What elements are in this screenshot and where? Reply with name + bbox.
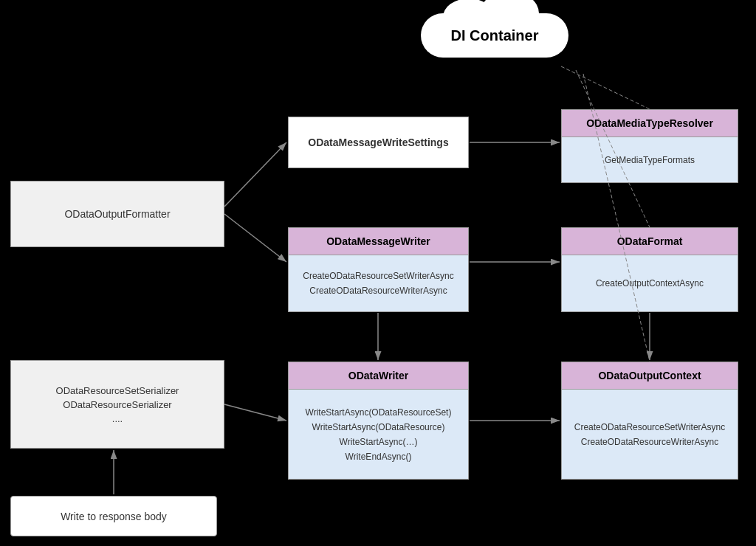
odata-writer-method3: WriteStartAsync(…) <box>340 437 418 447</box>
odata-media-type-resolver-header: ODataMediaTypeResolver <box>562 110 738 137</box>
odata-resource-set-serializer-label: ODataResourceSetSerializer <box>56 385 179 396</box>
odata-message-write-settings-box: ODataMessageWriteSettings <box>288 117 469 168</box>
odata-format-header: ODataFormat <box>562 228 738 255</box>
odata-media-type-resolver-method: GetMediaTypeFormats <box>605 155 695 165</box>
odata-output-context-method2: CreateODataResourceWriterAsync <box>581 437 719 447</box>
odata-message-writer-method1: CreateODataResourceSetWriterAsync <box>303 271 454 281</box>
odata-message-writer-header: ODataMessageWriter <box>289 228 468 255</box>
odata-format-box: ODataFormat CreateOutputContextAsync <box>561 227 738 312</box>
odata-writer-box: ODataWriter WriteStartAsync(ODataResourc… <box>288 362 469 480</box>
odata-media-type-resolver-body: GetMediaTypeFormats <box>562 137 738 182</box>
odata-output-context-method1: CreateODataResourceSetWriterAsync <box>574 422 726 432</box>
odata-resource-serializer-label: ODataResourceSerializer <box>63 399 171 410</box>
svg-line-1 <box>224 142 286 207</box>
odata-output-formatter-label: ODataOutputFormatter <box>64 208 170 220</box>
odata-writer-method4: WriteEndAsync() <box>346 452 412 462</box>
odata-output-context-header: ODataOutputContext <box>562 362 738 390</box>
write-to-response-body-label: Write to response body <box>61 511 167 522</box>
di-container-label: DI Container <box>451 27 539 44</box>
odata-writer-method1: WriteStartAsync(ODataResourceSet) <box>306 407 452 418</box>
odata-resource-serializer-ellipsis: .... <box>112 413 123 424</box>
odata-media-type-resolver-box: ODataMediaTypeResolver GetMediaTypeForma… <box>561 109 738 183</box>
odata-writer-header: ODataWriter <box>289 362 468 390</box>
odata-output-context-box: ODataOutputContext CreateODataResourceSe… <box>561 362 738 480</box>
odata-writer-body: WriteStartAsync(ODataResourceSet) WriteS… <box>289 390 468 479</box>
odata-format-method1: CreateOutputContextAsync <box>596 278 704 288</box>
write-to-response-body-box: Write to response body <box>10 496 217 536</box>
svg-line-7 <box>224 404 286 421</box>
odata-format-body: CreateOutputContextAsync <box>562 255 738 311</box>
odata-writer-method2: WriteStartAsync(ODataResource) <box>312 422 445 432</box>
di-container-cloud: DI Container <box>413 13 576 58</box>
odata-message-writer-box: ODataMessageWriter CreateODataResourceSe… <box>288 227 469 312</box>
odata-message-write-settings-label: ODataMessageWriteSettings <box>308 136 448 148</box>
odata-output-formatter-box: ODataOutputFormatter <box>10 181 224 247</box>
odata-output-context-body: CreateODataResourceSetWriterAsync Create… <box>562 390 738 479</box>
odata-message-writer-method2: CreateODataResourceWriterAsync <box>309 286 447 296</box>
svg-line-10 <box>561 66 650 109</box>
svg-line-2 <box>224 214 286 262</box>
odata-message-writer-body: CreateODataResourceSetWriterAsync Create… <box>289 255 468 311</box>
odata-resource-serializers-box: ODataResourceSetSerializer ODataResource… <box>10 360 224 449</box>
